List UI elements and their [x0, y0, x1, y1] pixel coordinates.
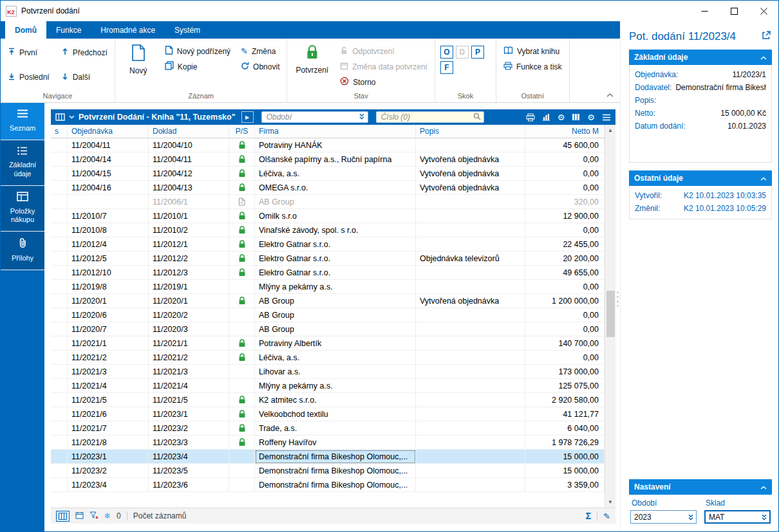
snowflake-icon[interactable]: ❄: [104, 511, 111, 520]
confirm-button[interactable]: Potvrzení: [292, 41, 332, 77]
column-header-Objednávka[interactable]: Objednávka: [68, 125, 149, 138]
unconfirm-button[interactable]: Odpotvrzení: [338, 44, 429, 58]
table-row[interactable]: 11/2010/811/2010/2Vinařské závody, spol.…: [51, 223, 605, 237]
new-button[interactable]: Nový: [120, 41, 156, 78]
splitter-handle[interactable]: [617, 291, 619, 307]
obdobi-filter-input[interactable]: [263, 113, 359, 122]
minimize-button[interactable]: [690, 1, 719, 21]
jump-f-button[interactable]: F: [440, 61, 453, 74]
jump-d-button[interactable]: D: [456, 46, 469, 59]
cell-firma: Demonstrační firma Bikeshop Olomouc,...: [255, 464, 416, 478]
table-row[interactable]: 11/2021/311/2021/3Lihovar a.s.173 000,00: [51, 365, 605, 379]
cislo-filter-input[interactable]: [378, 113, 473, 122]
grid-book-icon[interactable]: [55, 113, 65, 121]
table-row[interactable]: 11/2010/711/2010/1Omilk s.r.o12 900,00: [51, 209, 605, 223]
tab-hromadné-akce[interactable]: Hromadné akce: [91, 21, 165, 39]
calendar-icon[interactable]: [75, 511, 84, 521]
cell-firma: Mlýny a pekárny a.s.: [255, 379, 416, 393]
section-header-ostatni[interactable]: Ostatní údaje: [629, 170, 772, 186]
edit-icon[interactable]: ✎: [603, 511, 610, 521]
table-row[interactable]: 11/2021/111/2021/1Potraviny Albertík140 …: [51, 336, 605, 351]
table-row[interactable]: 11/2023/411/2023/6Demonstrační firma Bik…: [51, 478, 605, 492]
table-row[interactable]: 11/2021/611/2023/1Velkoobchod textilu41 …: [51, 407, 605, 421]
table-row[interactable]: 11/2021/811/2023/3Roffeny Havířov1 978 7…: [51, 436, 605, 450]
sidebar-item-přílohy[interactable]: Přílohy: [1, 232, 44, 270]
table-row[interactable]: 11/2012/1011/2012/3Elektro Gatnar s.r.o.…: [51, 266, 605, 280]
sidebar-item-základní-údaje[interactable]: Základní údaje: [1, 140, 44, 186]
table-row[interactable]: 11/2004/1111/2004/10Potraviny HANÁK45 60…: [51, 138, 605, 152]
tab-domů[interactable]: Domů: [5, 21, 46, 39]
cell-netto: 49 655,00: [525, 266, 605, 280]
column-header-Firma[interactable]: Firma: [255, 125, 416, 138]
column-header-P/S[interactable]: P/S: [229, 125, 255, 138]
select-book-button[interactable]: Vybrat knihu: [502, 44, 564, 58]
table-row[interactable]: 11/2004/1611/2004/13OMEGA s.r.o.Vytvořen…: [51, 181, 605, 195]
scroll-down-icon[interactable]: ▼: [605, 497, 616, 508]
table-row[interactable]: 11/2023/211/2023/5Demonstrační firma Bik…: [51, 464, 605, 478]
last-button[interactable]: Poslední: [6, 71, 52, 84]
close-button[interactable]: [749, 1, 778, 21]
cell-doklad: 11/2004/10: [149, 138, 229, 152]
table-row[interactable]: 11/2019/811/2019/1Mlýny a pekárny a.s.0,…: [51, 280, 605, 294]
next-button[interactable]: Další: [59, 71, 109, 84]
automation-gears-icon[interactable]: ⚙: [558, 113, 565, 122]
change-button[interactable]: ✎ Změna: [239, 44, 281, 58]
dropdown-chevrons-icon[interactable]: [685, 513, 696, 521]
print-icon[interactable]: [526, 113, 535, 122]
section-header-nastaveni[interactable]: Nastavení: [629, 479, 772, 495]
table-row[interactable]: 11/2020/111/2020/1AB GroupVytvořená obje…: [51, 294, 605, 308]
view-columns-toggle[interactable]: [56, 511, 70, 522]
table-row[interactable]: 11/2012/511/2012/2Elektro Gatnar s.r.o.O…: [51, 252, 605, 266]
scroll-thumb[interactable]: [606, 291, 615, 337]
dropdown-chevrons-icon[interactable]: [758, 513, 769, 521]
dropdown-chevrons-icon[interactable]: [359, 113, 365, 122]
column-header-Doklad[interactable]: Doklad: [149, 125, 229, 138]
storno-button[interactable]: Storno: [338, 75, 429, 89]
change-confirm-date-button[interactable]: Změna data potvrzení: [338, 60, 429, 73]
columns-icon[interactable]: [572, 113, 580, 121]
settings-gear-icon[interactable]: ⚙: [587, 113, 595, 122]
sklad-combobox[interactable]: MAT: [704, 510, 771, 524]
refresh-button[interactable]: Obnovit: [239, 60, 281, 73]
first-button[interactable]: První: [6, 46, 52, 59]
sidebar-item-položky-nákupu[interactable]: Položky nákupu: [1, 186, 44, 232]
tab-systém[interactable]: Systém: [165, 21, 210, 39]
menu-icon[interactable]: [602, 114, 611, 121]
scroll-up-icon[interactable]: ▲: [605, 125, 616, 136]
table-row[interactable]: 11/2012/411/2012/1Elektro Gatnar s.r.o.2…: [51, 237, 605, 252]
column-header-s[interactable]: s: [51, 125, 68, 138]
ribbon-collapse-button[interactable]: [606, 90, 614, 99]
table-row[interactable]: 11/2021/511/2021/5K2 atmitec s.r.o.2 920…: [51, 393, 605, 407]
chevron-down-icon[interactable]: [69, 115, 75, 119]
jump-o-button[interactable]: O: [440, 46, 453, 59]
table-row[interactable]: 11/2020/611/2020/2AB Group0,00: [51, 308, 605, 322]
new-child-button[interactable]: Nový podřízený: [163, 44, 232, 58]
table-row[interactable]: 11/2023/111/2023/4Demonstrační firma Bik…: [51, 450, 605, 464]
table-row[interactable]: 11/2021/711/2023/2Trade, a.s.6 040,00: [51, 421, 605, 436]
table-row[interactable]: 11/2020/711/2020/3AB Group0,00: [51, 322, 605, 336]
tab-funkce[interactable]: Funkce: [46, 21, 91, 39]
table-row[interactable]: 11/2004/1511/2004/12Léčiva, a.s.Vytvořen…: [51, 167, 605, 181]
filter-clear-icon[interactable]: [89, 511, 99, 521]
table-row[interactable]: 11/2004/1411/2004/11Olšanské papírny a.s…: [51, 152, 605, 167]
obdobi-combobox[interactable]: 2023: [630, 510, 697, 524]
previous-button[interactable]: Předchozí: [59, 46, 109, 59]
search-icon[interactable]: [473, 113, 481, 122]
vertical-scrollbar[interactable]: ▲ ▼: [605, 125, 615, 508]
table-row[interactable]: 11/2021/411/2021/4Mlýny a pekárny a.s.12…: [51, 379, 605, 393]
jump-p-button[interactable]: P: [471, 46, 484, 59]
table-row[interactable]: 11/2021/211/2021/2Léčiva, a.s.0,00: [51, 351, 605, 365]
sidebar-item-seznam[interactable]: Seznam: [1, 103, 44, 140]
run-filter-button[interactable]: ▶: [241, 111, 254, 123]
chart-icon[interactable]: [542, 113, 550, 121]
maximize-button[interactable]: [719, 1, 749, 21]
cell-objednavka: 11/2021/1: [68, 336, 149, 351]
open-in-window-icon[interactable]: [762, 30, 771, 43]
section-header-zakladni[interactable]: Základní údaje: [629, 50, 772, 65]
column-header-Popis[interactable]: Popis: [416, 125, 525, 138]
sum-icon[interactable]: Σ: [586, 511, 591, 521]
column-header-Netto M[interactable]: Netto M: [525, 125, 605, 138]
table-row[interactable]: 11/2006/1AB Group320,00: [51, 195, 605, 209]
copy-button[interactable]: Kopie: [163, 60, 232, 73]
functions-print-button[interactable]: Funkce a tisk: [502, 60, 564, 73]
